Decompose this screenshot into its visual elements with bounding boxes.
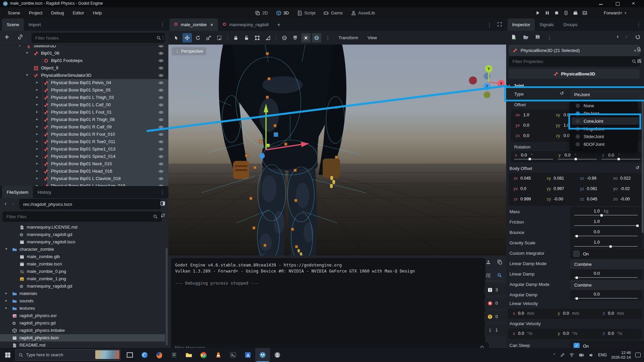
vector-row[interactable]: x0.0°/sy0.0°/sz0.0°/s (508, 329, 642, 339)
matrix-cell-zx[interactable]: zx0.999 (514, 197, 531, 201)
collapse-arrow-icon[interactable]: ▾ (508, 84, 510, 87)
menu-editor[interactable]: Editor (68, 7, 89, 18)
movie-mode-button-icon[interactable] (573, 10, 578, 15)
lock-node-icon[interactable] (231, 33, 240, 43)
visibility-eye-icon[interactable] (158, 146, 164, 152)
collapse-arrow-icon[interactable]: ▾ (26, 73, 28, 77)
file-explorer-icon[interactable] (181, 348, 196, 362)
filter-properties-input[interactable]: Filter Properties (509, 57, 640, 66)
matrix-cell-yx[interactable]: yx0.0 (516, 123, 529, 128)
value-slider[interactable]: 0.0 (570, 269, 642, 280)
vector-y[interactable]: y0.0m/s (558, 311, 579, 316)
visibility-eye-icon[interactable] (158, 45, 164, 49)
matrix-cell-zy[interactable]: zy-0.00 (547, 197, 563, 201)
visibility-eye-icon[interactable] (158, 176, 164, 181)
chrome-browser-icon[interactable] (196, 348, 211, 362)
scene-tree-row[interactable]: ▸Physical Bone Bip01 Neck_015 (0, 160, 168, 168)
maximize-button[interactable] (616, 2, 620, 6)
play-scene-button-icon[interactable] (582, 10, 587, 15)
expand-arrow-icon[interactable]: ▸ (36, 139, 38, 143)
file-tree-row[interactable]: ragdoll_physics.lmbake (0, 327, 168, 334)
scene-tree-row[interactable]: ▸Physical Bone Bip01 L Calf_00 (0, 101, 168, 109)
scale-tool-icon[interactable] (204, 33, 213, 43)
instance-scene-button[interactable] (17, 34, 23, 40)
minimize-button[interactable] (599, 4, 603, 5)
dropdown-option-hingejoint[interactable]: HingeJoint (572, 125, 639, 132)
visibility-eye-icon[interactable] (158, 102, 164, 108)
dropdown-option-none[interactable]: None (572, 102, 639, 109)
pause-button-icon[interactable] (545, 10, 550, 15)
file-tree-row[interactable]: male_zombie.tscn (0, 260, 168, 268)
file-tree-row[interactable]: ▸textures (0, 305, 168, 312)
scene-tree-row[interactable]: ▸Physical Bone Bip01 L Foot_01 (0, 109, 168, 116)
file-tree-row[interactable]: ⚙mannequiny_ragdoll.gd (0, 283, 168, 290)
rotation-z[interactable]: z0.0° (601, 153, 642, 161)
log-badge-warning-badge-icon[interactable]: 0 (484, 311, 506, 322)
scene-tree-menu-icon[interactable]: ⋮ (161, 35, 166, 41)
screen-button-game[interactable]: Game (319, 7, 346, 18)
play-button-icon[interactable] (535, 10, 540, 15)
rotation-x[interactable]: x0.0° (514, 153, 554, 161)
expand-arrow-icon[interactable]: ▸ (5, 306, 7, 310)
history-forward-icon[interactable]: › (626, 34, 627, 40)
save-resource-icon[interactable] (535, 34, 540, 40)
network-tray-icon[interactable] (569, 353, 574, 358)
vector-z[interactable]: z0.0°/s (603, 331, 622, 336)
expand-arrow-icon[interactable]: ▸ (36, 183, 38, 186)
sphere-gizmo-icon[interactable] (280, 33, 289, 43)
joint-type-dropdown[interactable]: PinJoint▾ (570, 89, 644, 100)
dropdown[interactable]: Combine▾ (570, 259, 644, 269)
scene-tree-row[interactable]: ▾Bip01_06 (0, 50, 168, 57)
collapse-arrow-icon[interactable]: ▾ (19, 45, 21, 48)
start-button[interactable] (5, 352, 11, 358)
visibility-eye-icon[interactable] (158, 80, 164, 85)
vlc-player-icon[interactable] (211, 348, 226, 362)
inspector-tab-signals[interactable]: Signals (535, 18, 558, 31)
file-tree-row[interactable]: README.md (0, 342, 168, 348)
dropdown-option-sliderjoint[interactable]: SliderJoint (572, 133, 639, 140)
scene-tab-mannequiny_ragdoll[interactable]: mannequiny_ragdoll (218, 18, 273, 31)
visibility-eye-icon[interactable] (158, 65, 164, 71)
scene-tree-row[interactable]: ▸Physical Bone Bip01 Spine1_013 (0, 145, 168, 153)
fs-dock-tab-filesystem[interactable]: FileSystem (2, 186, 33, 198)
file-tree-row[interactable]: male_zombie.glb (0, 253, 168, 260)
matrix-cell-xo[interactable]: xo0.022 (613, 176, 631, 181)
scene-dock-tab-import[interactable]: Import (24, 18, 46, 31)
matrix-cell-yo[interactable]: yo-0.02 (613, 186, 630, 191)
expand-arrow-icon[interactable]: ▸ (5, 298, 7, 303)
scene-tree-row[interactable]: Object_9 (0, 64, 168, 72)
object-history-icon[interactable] (635, 34, 641, 40)
firefox-browser-icon[interactable] (152, 348, 167, 362)
preview-sun-icon[interactable] (301, 33, 311, 43)
viewport-menu-icon[interactable]: ⋮ (325, 35, 330, 41)
box-select-tool-icon[interactable] (215, 33, 224, 43)
log-badge-error-badge-icon[interactable]: 0 (484, 298, 506, 309)
scene-tree-row[interactable]: ▸Physical Bone Bip01 R Calf_09 (0, 123, 168, 131)
scene-tree-row[interactable]: Bip01 Footsteps (0, 57, 168, 64)
expand-arrow-icon[interactable]: ▸ (36, 124, 38, 129)
menu-project[interactable]: Project (24, 7, 47, 18)
expand-arrow-icon[interactable]: ▸ (36, 80, 38, 84)
matrix-cell-xx[interactable]: xx0.045 (514, 176, 531, 181)
vector-y[interactable]: y0.0°/s (558, 331, 577, 336)
vector-z[interactable]: z0.0m/s (603, 311, 624, 316)
scene-tree-row[interactable]: ▸Physical Bone Bip01 Head_016 (0, 168, 168, 175)
matrix-cell-xy[interactable]: xy0.081 (547, 176, 564, 181)
file-tree-row[interactable]: mannequiny_ragdoll.tscn (0, 238, 168, 246)
visibility-eye-icon[interactable] (158, 51, 164, 56)
matrix-cell-yx[interactable]: yx0.0 (514, 186, 526, 191)
inspector-tab-inspector[interactable]: Inspector (507, 18, 535, 31)
file-tree-row[interactable]: male_zombie_0.png (0, 268, 168, 275)
fs-dock-tab-history[interactable]: History (33, 186, 56, 198)
scene-tree-row[interactable]: ▾PhysicalBoneSimulator3D (0, 72, 168, 79)
inspector-menu-icon[interactable]: ⋮ (636, 21, 641, 27)
clear-log-icon[interactable] (486, 259, 491, 265)
screen-button-3d[interactable]: 3D (272, 7, 293, 18)
value-slider[interactable]: 1.0 (570, 218, 642, 228)
remote-play-button-icon[interactable] (564, 10, 569, 15)
visibility-eye-icon[interactable] (158, 87, 164, 93)
matrix-cell-yy[interactable]: yy1.0 (556, 123, 570, 128)
ruler-icon[interactable] (263, 33, 273, 43)
menu-scene[interactable]: Scene (3, 7, 24, 18)
notes-app-icon[interactable] (167, 348, 181, 362)
